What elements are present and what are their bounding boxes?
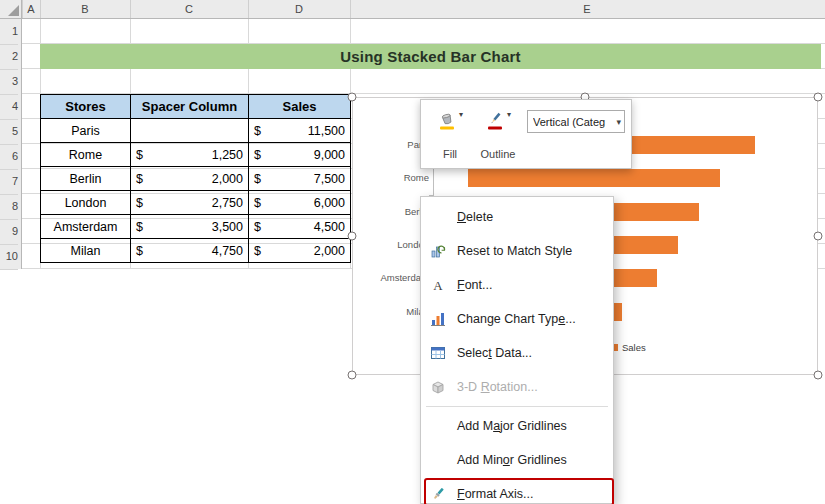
column-header-e[interactable]: E: [583, 0, 590, 18]
selector-dropdown-caret-icon: ▾: [616, 117, 621, 127]
menu-item-delete[interactable]: Delete: [421, 200, 613, 234]
column-headers[interactable]: ABCDE: [0, 0, 825, 19]
chart-resize-handle-middle-left[interactable]: [348, 232, 357, 241]
cell-spacer[interactable]: $2,000: [131, 167, 249, 191]
currency-symbol: $: [136, 196, 143, 210]
chart-legend[interactable]: Sales: [611, 342, 646, 353]
cell-amount: 4,500: [314, 220, 345, 234]
chart-resize-handle-top-right[interactable]: [814, 93, 823, 102]
chart-resize-handle-bottom-right[interactable]: [814, 371, 823, 380]
currency-symbol: $: [254, 196, 261, 210]
3d-rotation-icon: [430, 379, 446, 395]
row-header-6[interactable]: 6: [0, 144, 18, 170]
cell-spacer[interactable]: $1,250: [131, 143, 249, 167]
menu-item-add-major-gridlines[interactable]: Add Major Gridlines: [421, 409, 613, 443]
select-all-corner[interactable]: [0, 0, 22, 19]
cell-store-rome[interactable]: Rome: [41, 143, 131, 167]
column-header-separator: [350, 0, 351, 18]
chart-element-selector[interactable]: Vertical (Categ ▾: [527, 110, 625, 133]
cell-store-amsterdam[interactable]: Amsterdam: [41, 215, 131, 239]
column-header-b[interactable]: B: [81, 0, 88, 18]
chart-resize-handle-middle-right[interactable]: [814, 232, 823, 241]
table-row: Berlin$2,000$7,500: [41, 167, 351, 191]
column-header-sales[interactable]: Sales: [249, 95, 351, 119]
category-label-berlin[interactable]: Berlin: [353, 206, 429, 218]
cell-spacer[interactable]: [131, 119, 249, 143]
cell-sales[interactable]: $6,000: [249, 191, 351, 215]
currency-symbol: $: [254, 148, 261, 162]
legend-label-sales: Sales: [622, 342, 646, 353]
outline-button[interactable]: ▾ Outline: [475, 107, 521, 163]
chart-resize-handle-bottom-left[interactable]: [348, 371, 357, 380]
column-header-spacer[interactable]: Spacer Column: [131, 95, 249, 119]
currency-symbol: $: [254, 244, 261, 258]
menu-item-change-chart-type[interactable]: Change Chart Type...: [421, 302, 613, 336]
outline-dropdown-caret-icon[interactable]: ▾: [507, 110, 511, 120]
column-header-d[interactable]: D: [295, 0, 303, 18]
row-header-2[interactable]: 2: [0, 44, 18, 70]
column-header-a[interactable]: A: [27, 0, 34, 18]
menu-item-add-minor-gridlines[interactable]: Add Minor Gridlines: [421, 443, 613, 477]
cell-store-milan[interactable]: Milan: [41, 239, 131, 263]
cell-store-london[interactable]: London: [41, 191, 131, 215]
cell-sales[interactable]: $9,000: [249, 143, 351, 167]
fill-button[interactable]: ▾ Fill: [427, 107, 473, 163]
column-header-c[interactable]: C: [185, 0, 193, 18]
row-header-10[interactable]: 10: [0, 244, 18, 270]
row-header-9[interactable]: 9: [0, 219, 18, 245]
chart-bar-sales-rome[interactable]: [468, 169, 720, 187]
category-label-amsterdam[interactable]: Amsterdam: [353, 272, 429, 284]
cell-store-berlin[interactable]: Berlin: [41, 167, 131, 191]
menu-item-font[interactable]: AFont...: [421, 268, 613, 302]
cell-amount: 2,750: [212, 196, 243, 210]
category-label-london[interactable]: London: [353, 239, 429, 251]
category-label-rome[interactable]: Rome: [353, 172, 429, 184]
select-all-triangle-icon: [8, 5, 19, 16]
column-header-stores[interactable]: Stores: [41, 95, 131, 119]
cell-sales[interactable]: $4,500: [249, 215, 351, 239]
no-icon: [430, 452, 446, 468]
fill-bucket-icon: [437, 110, 457, 134]
cell-amount: 3,500: [212, 220, 243, 234]
menu-item-label: Add Minor Gridlines: [457, 453, 567, 467]
menu-item-label: Font...: [457, 278, 492, 292]
mini-toolbar: ▾ Fill ▾ Outline: [420, 99, 632, 169]
cell-sales[interactable]: $7,500: [249, 167, 351, 191]
row-header-7[interactable]: 7: [0, 169, 18, 195]
no-icon: [430, 418, 446, 434]
currency-symbol: $: [254, 172, 261, 186]
menu-item-label: Reset to Match Style: [457, 244, 572, 258]
cell-spacer[interactable]: $3,500: [131, 215, 249, 239]
reset-style-icon: [430, 243, 446, 259]
table-row: Paris$11,500: [41, 119, 351, 143]
category-label-milan[interactable]: Milan: [353, 306, 429, 318]
table-row: Amsterdam$3,500$4,500: [41, 215, 351, 239]
cell-spacer[interactable]: $4,750: [131, 239, 249, 263]
menu-item-format-axis[interactable]: Format Axis...: [421, 477, 613, 504]
chart-element-selector-value: Vertical (Categ: [533, 116, 616, 128]
menu-item-reset-to-match-style[interactable]: Reset to Match Style: [421, 234, 613, 268]
row-header-5[interactable]: 5: [0, 119, 18, 145]
cell-sales[interactable]: $2,000: [249, 239, 351, 263]
row-header-4[interactable]: 4: [0, 94, 18, 120]
menu-item-select-data[interactable]: Select Data...: [421, 336, 613, 370]
menu-item-label: Select Data...: [457, 346, 532, 360]
row-header-1[interactable]: 1: [0, 19, 18, 45]
cell-sales[interactable]: $11,500: [249, 119, 351, 143]
row-header-3[interactable]: 3: [0, 69, 18, 95]
row-header-8[interactable]: 8: [0, 194, 18, 220]
chart-resize-handle-top-left[interactable]: [348, 93, 357, 102]
row-headers[interactable]: 12345678910: [0, 19, 22, 269]
category-label-paris[interactable]: Paris: [353, 139, 429, 151]
table-row: Rome$1,250$9,000: [41, 143, 351, 167]
menu-item-label: Add Major Gridlines: [457, 419, 567, 433]
cell-store-paris[interactable]: Paris: [41, 119, 131, 143]
outline-button-label: Outline: [481, 148, 516, 160]
currency-symbol: $: [136, 172, 143, 186]
menu-separator: [426, 406, 608, 407]
no-icon: [430, 209, 446, 225]
fill-dropdown-caret-icon[interactable]: ▾: [459, 110, 463, 120]
cell-spacer[interactable]: $2,750: [131, 191, 249, 215]
excel-window: ABCDE 12345678910 Using Stacked Bar Char…: [0, 0, 825, 504]
chart-type-icon: [430, 311, 446, 327]
